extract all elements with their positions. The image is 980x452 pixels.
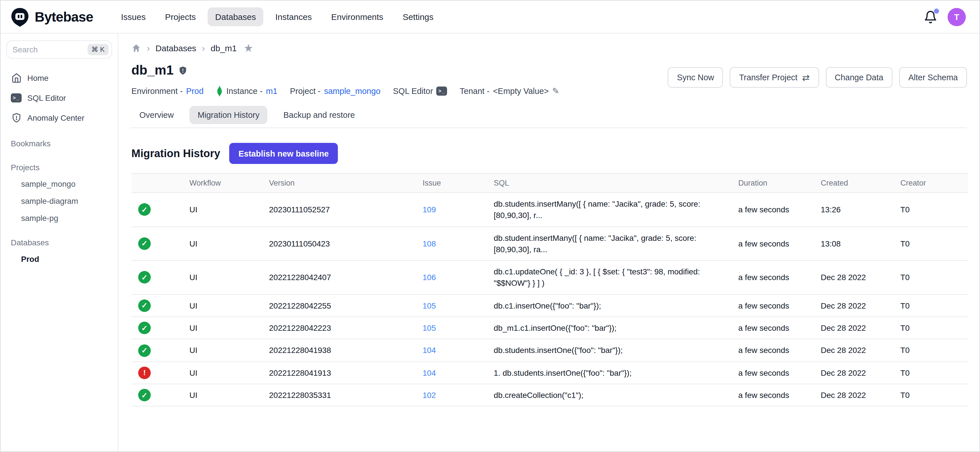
table-row[interactable]: ✓ UI 20221228041938 104 db.students.inse… [131, 340, 968, 362]
cell-creator: T0 [894, 340, 968, 361]
sidebar-database-prod[interactable]: Prod [6, 251, 112, 268]
tenant-value: <Empty Value> [493, 86, 549, 96]
cell-creator: T0 [894, 384, 968, 406]
sidebar-item-label: Anomaly Center [27, 113, 84, 122]
sidebar-item-sql-editor[interactable]: >_ SQL Editor [6, 88, 112, 108]
meta-project: Project - sample_mongo [290, 86, 380, 96]
edit-pencil-icon[interactable]: ✎ [552, 86, 559, 96]
shield-alert-icon [11, 112, 22, 123]
section-title: Migration History [131, 147, 220, 160]
table-row[interactable]: ✓ UI 20221228042255 105 db.c1.insertOne(… [131, 295, 968, 317]
issue-link[interactable]: 104 [423, 368, 436, 377]
avatar[interactable]: T [948, 8, 966, 26]
migration-history-table: Workflow Version Issue SQL Duration Crea… [131, 173, 968, 407]
mongodb-leaf-icon [216, 85, 223, 97]
cell-created: Dec 28 2022 [814, 362, 894, 384]
col-sql: SQL [487, 174, 732, 192]
cell-creator: T0 [894, 362, 968, 384]
nav-item-environments[interactable]: Environments [324, 7, 390, 26]
sidebar-project-sample-pg[interactable]: sample-pg [6, 209, 112, 227]
cell-duration: a few seconds [732, 199, 814, 220]
col-workflow: Workflow [183, 174, 262, 192]
cell-created: Dec 28 2022 [814, 384, 894, 406]
status-error-icon: ! [138, 367, 151, 379]
environment-link[interactable]: Prod [186, 86, 204, 96]
notifications-button[interactable] [924, 10, 937, 24]
cell-creator: T0 [894, 295, 968, 317]
instance-link[interactable]: m1 [266, 86, 277, 96]
cell-created: Dec 28 2022 [814, 267, 894, 289]
project-label: Project - [290, 86, 320, 96]
table-row[interactable]: ✓ UI 20221228042407 106 db.c1.updateOne(… [131, 261, 968, 295]
establish-new-baseline-button[interactable]: Establish new baseline [229, 143, 338, 164]
main-content: › Databases › db_m1 ★ db_m1 Environment … [118, 34, 980, 452]
breadcrumb-home-icon[interactable] [131, 43, 141, 53]
cell-duration: a few seconds [732, 233, 814, 254]
sidebar-item-home[interactable]: Home [6, 68, 112, 88]
nav-item-projects[interactable]: Projects [158, 7, 203, 26]
sidebar-section-databases: Databases [6, 235, 112, 251]
cell-sql: 1. db.students.insertOne({"foo": "bar"})… [487, 362, 732, 384]
sidebar-project-sample-diagram[interactable]: sample-diagram [6, 192, 112, 209]
issue-link[interactable]: 102 [423, 391, 436, 399]
issue-link[interactable]: 108 [423, 239, 436, 248]
status-success-icon: ✓ [138, 299, 151, 312]
status-success-icon: ✓ [138, 389, 151, 401]
meta-instance: Instance - m1 [216, 85, 278, 97]
cell-workflow: UI [183, 317, 262, 339]
home-icon [11, 72, 22, 83]
nav-item-issues[interactable]: Issues [113, 7, 153, 26]
bookmark-star-icon[interactable]: ★ [244, 42, 253, 55]
brand-name: Bytebase [35, 9, 93, 25]
change-data-button[interactable]: Change Data [826, 67, 892, 88]
cell-workflow: UI [183, 384, 262, 406]
cell-sql: db_m1.c1.insertOne({"foo": "bar"}); [487, 317, 732, 339]
table-header: Workflow Version Issue SQL Duration Crea… [131, 174, 968, 193]
transfer-project-button[interactable]: Transfer Project ⇄ [730, 67, 819, 88]
issue-link[interactable]: 106 [423, 273, 436, 282]
cell-version: 20221228042407 [262, 267, 416, 289]
breadcrumb: › Databases › db_m1 ★ [131, 42, 967, 55]
cell-created: Dec 28 2022 [814, 295, 894, 317]
cell-created: 13:08 [814, 233, 894, 254]
search-input[interactable]: Search ⌘ K [6, 40, 112, 59]
nav-item-instances[interactable]: Instances [268, 7, 319, 26]
sync-now-button[interactable]: Sync Now [668, 67, 723, 88]
cell-creator: T0 [894, 267, 968, 289]
nav-item-settings[interactable]: Settings [395, 7, 441, 26]
sidebar-section-bookmarks: Bookmarks [6, 136, 112, 152]
sidebar-project-sample-mongo[interactable]: sample_mongo [6, 175, 112, 192]
instance-label: Instance - [226, 86, 262, 96]
cell-sql: db.student.insertMany([ { name: "Jacika"… [487, 227, 732, 260]
issue-link[interactable]: 104 [423, 346, 436, 355]
issue-link[interactable]: 109 [423, 205, 436, 214]
tab-backup-and-restore[interactable]: Backup and restore [275, 106, 363, 124]
issue-link[interactable]: 105 [423, 301, 436, 310]
cell-created: Dec 28 2022 [814, 340, 894, 361]
bytebase-logo[interactable]: Bytebase [10, 6, 93, 27]
tab-migration-history[interactable]: Migration History [190, 106, 267, 124]
cell-duration: a few seconds [732, 340, 814, 361]
table-row[interactable]: ✓ UI 20230111050423 108 db.student.inser… [131, 227, 968, 261]
alter-schema-button[interactable]: Alter Schema [899, 67, 967, 88]
breadcrumb-db-m1[interactable]: db_m1 [211, 43, 237, 53]
cell-workflow: UI [183, 233, 262, 254]
issue-link[interactable]: 105 [423, 323, 436, 332]
table-row[interactable]: ✓ UI 20230111052527 109 db.students.inse… [131, 193, 968, 227]
cell-sql: db.students.insertMany([ { name: "Jacika… [487, 193, 732, 226]
terminal-icon: >_ [436, 86, 447, 96]
nav-item-databases[interactable]: Databases [208, 7, 263, 26]
database-tabs: Overview Migration History Backup and re… [131, 106, 967, 124]
table-row[interactable]: ✓ UI 20221228042223 105 db_m1.c1.insertO… [131, 317, 968, 340]
project-link[interactable]: sample_mongo [324, 86, 380, 96]
table-row[interactable]: ✓ UI 20221228035331 102 db.createCollect… [131, 384, 968, 407]
notification-dot [934, 8, 939, 13]
breadcrumb-databases[interactable]: Databases [156, 43, 196, 53]
sidebar-item-anomaly-center[interactable]: Anomaly Center [6, 108, 112, 128]
meta-sql-editor[interactable]: SQL Editor >_ [393, 86, 447, 96]
tab-overview[interactable]: Overview [131, 106, 182, 124]
sidebar-item-label: Home [27, 73, 49, 82]
cell-created: 13:26 [814, 199, 894, 220]
table-row[interactable]: ! UI 20221228041913 104 1. db.students.i… [131, 362, 968, 384]
col-version: Version [262, 174, 416, 192]
